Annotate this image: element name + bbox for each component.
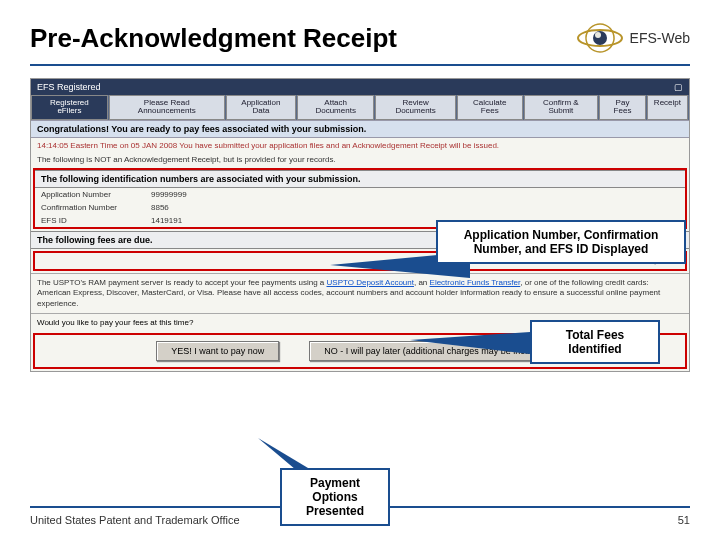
tab-application-data[interactable]: Application Data (226, 95, 296, 120)
page-title: Pre-Acknowledgment Receipt (30, 23, 397, 54)
payment-info-text: The USPTO's RAM payment server is ready … (31, 274, 689, 313)
congrats-banner: Congratulations! You are ready to pay fe… (31, 120, 689, 138)
tab-pay-fees[interactable]: Pay Fees (599, 95, 646, 120)
link-eft[interactable]: Electronic Funds Transfer (430, 278, 521, 287)
tab-attach-documents[interactable]: Attach Documents (297, 95, 374, 120)
tab-registered-efilers[interactable]: Registered eFilers (31, 95, 108, 120)
row-confirmation-number: Confirmation Number8856 (35, 201, 685, 214)
callout-fees: Total Fees Identified (530, 320, 660, 364)
tab-announcements[interactable]: Please Read Announcements (109, 95, 225, 120)
timeline-text: 14:14:05 Eastern Time on 05 JAN 2008 You… (31, 138, 689, 153)
logo-text: EFS-Web (630, 30, 690, 46)
tab-strip: Registered eFilers Please Read Announcem… (31, 95, 689, 120)
window-title: EFS Registered (37, 82, 101, 92)
callout-fees-pointer (410, 332, 530, 354)
pay-now-button[interactable]: YES! I want to pay now (156, 341, 279, 361)
footer-org: United States Patent and Trademark Offic… (30, 514, 240, 526)
orbit-icon (576, 20, 624, 56)
row-application-number: Application Number99999999 (35, 188, 685, 201)
svg-point-3 (595, 32, 601, 38)
window-control-icon: ▢ (674, 82, 683, 92)
header-rule (30, 64, 690, 66)
efs-web-logo: EFS-Web (576, 20, 690, 56)
tab-review-documents[interactable]: Review Documents (375, 95, 456, 120)
notice-text: The following is NOT an Acknowledgement … (31, 153, 689, 166)
tab-receipt[interactable]: Receipt (647, 95, 688, 120)
tab-calculate-fees[interactable]: Calculate Fees (457, 95, 523, 120)
svg-marker-5 (410, 332, 530, 354)
link-deposit-account[interactable]: USPTO Deposit Account (327, 278, 414, 287)
window-titlebar: EFS Registered ▢ (31, 79, 689, 95)
tab-confirm-submit[interactable]: Confirm & Submit (524, 95, 599, 120)
callout-payment: Payment Options Presented (280, 468, 390, 526)
page-number: 51 (678, 514, 690, 526)
ids-section-head: The following identification numbers are… (35, 170, 685, 188)
callout-ids: Application Number, Confirmation Number,… (436, 220, 686, 264)
